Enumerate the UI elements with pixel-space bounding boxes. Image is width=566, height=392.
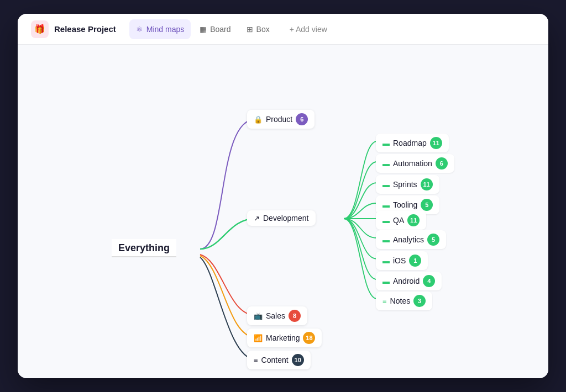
marketing-label: Marketing [266, 333, 300, 342]
content-node[interactable]: ≡ Content 10 [247, 351, 311, 369]
notes-node[interactable]: ≡ Notes 3 [376, 292, 432, 310]
ios-badge: 1 [409, 255, 421, 267]
project-name: Release Project [54, 24, 116, 34]
sales-node[interactable]: 📺 Sales 8 [247, 306, 307, 325]
content-label: Content [261, 356, 289, 364]
dev-sprints-curve [344, 183, 377, 219]
notes-badge: 3 [413, 295, 426, 307]
root-label: Everything [118, 242, 170, 254]
sprints-node[interactable]: ▬ Sprints 11 [376, 175, 439, 194]
tab-mindmaps[interactable]: ⚛ Mind maps [129, 19, 191, 39]
tooling-label: Tooling [393, 200, 417, 209]
tab-board[interactable]: ▦ Board [193, 19, 237, 39]
sales-badge: 8 [289, 310, 301, 322]
roadmap-node[interactable]: ▬ Roadmap 11 [376, 134, 449, 152]
content-icon: ≡ [254, 356, 258, 364]
automation-badge: 6 [436, 157, 448, 169]
android-badge: 4 [423, 275, 435, 287]
mindmap-canvas: Everything 🔒 Product 6 ↗ Development 📺 S… [18, 45, 548, 378]
tab-mindmaps-label: Mind maps [146, 25, 184, 34]
roadmap-folder-icon: ▬ [382, 139, 390, 147]
sales-label: Sales [266, 311, 285, 320]
dev-notes-curve [344, 219, 377, 299]
analytics-folder-icon: ▬ [382, 236, 390, 244]
notes-list-icon: ≡ [382, 297, 387, 305]
board-icon: ▦ [200, 25, 207, 34]
tab-board-label: Board [210, 25, 230, 34]
mindmaps-icon: ⚛ [136, 25, 143, 34]
titlebar: 🎁 Release Project ⚛ Mind maps ▦ Board ⊞ … [18, 14, 548, 45]
app-window: 🎁 Release Project ⚛ Mind maps ▦ Board ⊞ … [18, 14, 548, 378]
automation-node[interactable]: ▬ Automation 6 [376, 154, 454, 173]
dev-roadmap-curve [344, 141, 377, 219]
sprints-badge: 11 [421, 178, 433, 190]
sprints-folder-icon: ▬ [382, 181, 390, 189]
qa-node[interactable]: ▬ QA 11 [376, 211, 426, 230]
sales-icon: 📺 [254, 312, 263, 320]
add-view-label: + Add view [290, 25, 327, 34]
box-icon: ⊞ [247, 25, 253, 34]
notes-label: Notes [390, 296, 411, 305]
root-node[interactable]: Everything [112, 239, 176, 257]
marketing-badge: 18 [303, 332, 315, 344]
marketing-icon: 📶 [254, 334, 263, 342]
branch-product-curve [200, 119, 255, 249]
automation-label: Automation [393, 159, 432, 168]
android-label: Android [393, 277, 420, 285]
analytics-node[interactable]: ▬ Analytics 5 [376, 230, 446, 249]
ios-folder-icon: ▬ [382, 257, 390, 265]
product-node[interactable]: 🔒 Product 6 [247, 110, 315, 129]
nav-tabs: ⚛ Mind maps ▦ Board ⊞ Box + Add view [129, 14, 334, 44]
android-node[interactable]: ▬ Android 4 [376, 272, 442, 290]
tab-box-label: Box [256, 25, 270, 34]
product-label: Product [266, 115, 292, 124]
automation-folder-icon: ▬ [382, 160, 390, 168]
dev-ios-curve [344, 219, 377, 259]
development-label: Development [263, 214, 309, 223]
ios-node[interactable]: ▬ iOS 1 [376, 251, 428, 270]
ios-label: iOS [393, 256, 406, 265]
marketing-node[interactable]: 📶 Marketing 18 [247, 329, 322, 347]
project-icon: 🎁 [31, 20, 49, 38]
qa-folder-icon: ▬ [382, 216, 390, 225]
android-folder-icon: ▬ [382, 277, 390, 285]
add-view-button[interactable]: + Add view [283, 22, 334, 37]
development-icon: ↗ [254, 214, 260, 223]
development-node[interactable]: ↗ Development [247, 210, 316, 226]
tooling-folder-icon: ▬ [382, 201, 390, 209]
qa-badge: 11 [407, 214, 420, 226]
sprints-label: Sprints [393, 180, 417, 189]
analytics-badge: 5 [427, 234, 439, 246]
qa-label: QA [393, 216, 404, 225]
roadmap-label: Roadmap [393, 139, 427, 147]
roadmap-badge: 11 [430, 137, 442, 149]
product-icon: 🔒 [254, 115, 263, 124]
tab-box[interactable]: ⊞ Box [240, 19, 276, 39]
analytics-label: Analytics [393, 235, 424, 244]
content-badge: 10 [292, 354, 304, 366]
tooling-badge: 5 [421, 199, 433, 211]
dev-automation-curve [344, 162, 377, 219]
product-badge: 6 [296, 113, 308, 125]
